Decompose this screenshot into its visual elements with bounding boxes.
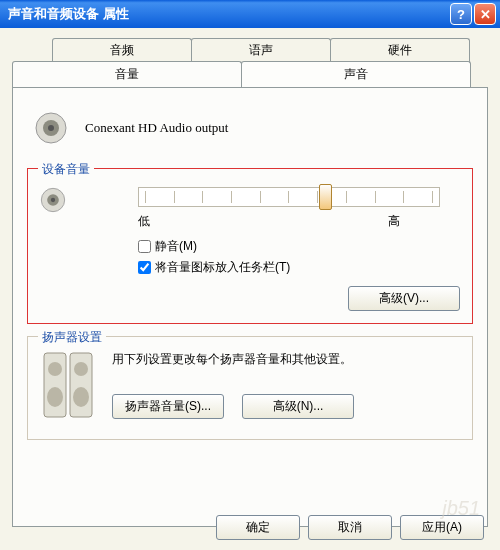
tray-label: 将音量图标放入任务栏(T) xyxy=(155,259,290,276)
close-icon: ✕ xyxy=(480,7,491,22)
volume-speaker-icon xyxy=(38,185,68,215)
device-volume-legend: 设备音量 xyxy=(38,161,94,178)
slider-high-label: 高 xyxy=(388,213,400,230)
device-volume-group: 设备音量 低 高 xyxy=(27,168,473,324)
tray-row[interactable]: 将音量图标放入任务栏(T) xyxy=(138,257,460,278)
dialog-button-row: 确定 取消 应用(A) xyxy=(216,515,484,540)
window-title: 声音和音频设备 属性 xyxy=(4,5,448,23)
speaker-settings-description: 用下列设置更改每个扬声器音量和其他设置。 xyxy=(112,347,460,386)
ok-button[interactable]: 确定 xyxy=(216,515,300,540)
svg-point-10 xyxy=(74,362,88,376)
speaker-icon xyxy=(33,110,69,146)
tab-hardware[interactable]: 硬件 xyxy=(330,38,470,62)
svg-point-11 xyxy=(73,387,89,407)
mute-checkbox[interactable] xyxy=(138,240,151,253)
tab-volume[interactable]: 音量 xyxy=(12,61,242,87)
dialog-body: 音频 语声 硬件 音量 声音 Conexant HD Audio output … xyxy=(0,28,500,550)
help-button[interactable]: ? xyxy=(450,3,472,25)
volume-advanced-button[interactable]: 高级(V)... xyxy=(348,286,460,311)
svg-point-2 xyxy=(48,125,54,131)
svg-point-7 xyxy=(48,362,62,376)
volume-slider-thumb[interactable] xyxy=(319,184,332,210)
apply-button[interactable]: 应用(A) xyxy=(400,515,484,540)
mute-label: 静音(M) xyxy=(155,238,197,255)
tab-panel-volume: Conexant HD Audio output 设备音量 xyxy=(12,87,488,527)
speaker-volume-button[interactable]: 扬声器音量(S)... xyxy=(112,394,224,419)
tab-container: 音频 语声 硬件 音量 声音 Conexant HD Audio output … xyxy=(12,38,488,527)
speaker-advanced-button[interactable]: 高级(N)... xyxy=(242,394,354,419)
titlebar: 声音和音频设备 属性 ? ✕ xyxy=(0,0,500,28)
svg-point-8 xyxy=(47,387,63,407)
svg-point-5 xyxy=(51,198,55,202)
speaker-settings-group: 扬声器设置 用下列设置更改每个扬声器音量和其他设置。 扬声器音量(S)... xyxy=(27,336,473,440)
tray-icon-checkbox[interactable] xyxy=(138,261,151,274)
device-name: Conexant HD Audio output xyxy=(85,120,228,136)
device-row: Conexant HD Audio output xyxy=(27,102,473,164)
mute-row[interactable]: 静音(M) xyxy=(138,236,460,257)
two-speakers-icon xyxy=(40,347,100,427)
close-button[interactable]: ✕ xyxy=(474,3,496,25)
speaker-settings-legend: 扬声器设置 xyxy=(38,329,106,346)
tab-voice[interactable]: 语声 xyxy=(191,38,331,62)
tab-sounds[interactable]: 声音 xyxy=(241,61,471,87)
tab-audio[interactable]: 音频 xyxy=(52,38,192,62)
volume-slider[interactable] xyxy=(78,179,460,211)
cancel-button[interactable]: 取消 xyxy=(308,515,392,540)
slider-low-label: 低 xyxy=(138,213,150,230)
